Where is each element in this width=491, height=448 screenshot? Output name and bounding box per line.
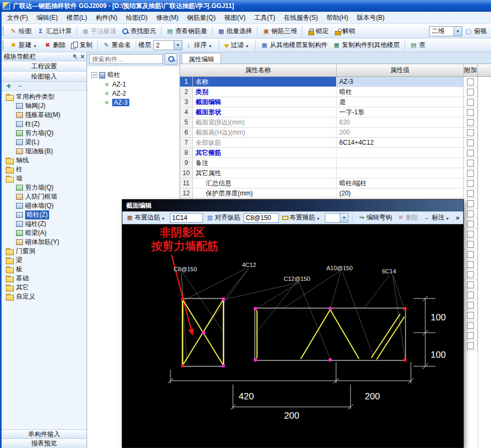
property-row[interactable]: 9备注: [180, 158, 478, 168]
property-row[interactable]: 2类别暗柱: [180, 87, 478, 97]
attach-checkbox[interactable]: [467, 231, 474, 238]
property-name[interactable]: 汇总信息: [193, 178, 337, 188]
nav-tree-item[interactable]: 砌体加筋(Y): [2, 238, 87, 247]
toolbar-overflow-chevron[interactable]: »: [456, 214, 461, 222]
attach-checkbox[interactable]: [467, 271, 474, 278]
attach-checkbox[interactable]: [467, 109, 474, 116]
property-row[interactable]: 1名称AZ-3: [180, 77, 478, 87]
property-value[interactable]: 一字-1形: [337, 107, 464, 117]
lock-button[interactable]: 锁定: [305, 26, 331, 37]
attach-checkbox[interactable]: [467, 322, 474, 329]
property-row[interactable]: 12保护层厚度(mm)(20): [180, 188, 478, 199]
menu-item-tools[interactable]: 工具(T): [250, 12, 279, 24]
toolbar-grip[interactable]: [2, 41, 5, 50]
menu-item-draw[interactable]: 绘图(D): [122, 12, 152, 24]
pin-icon[interactable]: [73, 54, 78, 59]
nav-tree-item[interactable]: 自定义: [2, 292, 87, 301]
nav-tree-item[interactable]: 门窗洞: [2, 247, 87, 256]
attach-checkbox[interactable]: [467, 332, 474, 339]
component-item[interactable]: AZ-1: [87, 80, 180, 89]
menu-item-version[interactable]: 版本号(B): [353, 12, 389, 24]
stirrup-spec-input[interactable]: [244, 213, 279, 223]
attach-checkbox[interactable]: [467, 89, 474, 96]
property-name[interactable]: 截面宽(B边)(mm): [193, 117, 337, 127]
nav-tree-item[interactable]: 轴网(J): [2, 101, 87, 111]
attach-checkbox[interactable]: [467, 170, 474, 177]
report-preview-button[interactable]: 报表预览: [2, 438, 87, 448]
rename-button[interactable]: 重命名: [100, 40, 134, 51]
property-name[interactable]: 名称: [193, 77, 337, 87]
delete-rebar-button[interactable]: 删除: [395, 213, 420, 223]
attach-checkbox[interactable]: [467, 221, 474, 227]
attach-checkbox[interactable]: [467, 281, 474, 288]
attach-checkbox[interactable]: [467, 180, 474, 187]
nav-tree-item[interactable]: 端柱(Z): [2, 219, 87, 229]
pingfa-button[interactable]: 平法板顶: [79, 26, 119, 37]
menu-item-component[interactable]: 构件(N): [91, 12, 122, 24]
menu-item-modify[interactable]: 修改(M): [152, 12, 183, 24]
edge-rebar-input[interactable]: [170, 213, 203, 223]
property-row[interactable]: 11汇总信息暗柱/端柱: [180, 178, 478, 188]
menu-item-edit[interactable]: 编辑(E): [32, 12, 62, 24]
property-value[interactable]: 暗柱: [337, 87, 464, 97]
attach-checkbox[interactable]: [467, 129, 474, 136]
component-root[interactable]: 暗柱: [87, 70, 180, 80]
property-value[interactable]: AZ-3: [337, 77, 464, 87]
attach-checkbox[interactable]: [467, 139, 474, 146]
property-row[interactable]: 10其它属性: [180, 168, 478, 178]
chevron-down-icon[interactable]: [454, 27, 462, 36]
nav-tree-item[interactable]: 剪力墙(Q): [2, 183, 87, 192]
single-component-button[interactable]: 单构件输入: [2, 429, 87, 438]
top-view-button[interactable]: 俯视: [462, 26, 489, 37]
menu-item-help[interactable]: 帮助(H): [322, 12, 353, 24]
property-value[interactable]: 6C14+4C12: [337, 138, 464, 147]
attach-checkbox[interactable]: [467, 200, 474, 207]
nav-tree-item[interactable]: 梁(L): [2, 138, 87, 147]
nav-tree-item[interactable]: 轴线: [2, 156, 87, 165]
property-value[interactable]: [337, 148, 464, 158]
expand-all-icon[interactable]: [5, 83, 12, 90]
place-stirrup-button[interactable]: 布置箍筋: [280, 213, 323, 223]
draw-button[interactable]: 绘图: [7, 26, 34, 37]
chevron-down-icon[interactable]: [340, 214, 348, 222]
nav-tree-item[interactable]: 梁: [2, 256, 87, 265]
nav-tree-item[interactable]: 柱(Z): [2, 120, 87, 129]
copy-to-floor-button[interactable]: 复制构件到其他楼层: [330, 40, 402, 51]
property-row[interactable]: 4截面形状一字-1形: [180, 107, 478, 117]
property-value[interactable]: [337, 158, 464, 168]
attach-checkbox[interactable]: [467, 342, 474, 349]
property-name[interactable]: 保护层厚度(mm): [193, 188, 337, 198]
annotate-button[interactable]: 标注: [422, 213, 453, 223]
rebar-3d-button[interactable]: 钢筋三维: [260, 26, 300, 37]
attach-checkbox[interactable]: [467, 251, 474, 258]
nav-tree-item[interactable]: 常用构件类型: [2, 92, 87, 101]
attach-checkbox[interactable]: [467, 241, 474, 248]
property-row[interactable]: 3截面编辑是: [180, 97, 478, 107]
property-row[interactable]: 8其它箍筋: [180, 148, 478, 158]
property-name[interactable]: 备注: [193, 158, 337, 168]
more-button[interactable]: 查: [407, 40, 428, 51]
property-name[interactable]: 截面高(H边)(mm): [193, 128, 337, 137]
nav-tree-item[interactable]: 砌体墙(Q): [2, 201, 87, 210]
component-item-selected[interactable]: AZ-3: [87, 98, 180, 107]
attach-checkbox[interactable]: [467, 150, 474, 156]
toolbar-grip[interactable]: [2, 26, 5, 36]
property-row[interactable]: 7全部纵筋6C14+4C12: [180, 138, 478, 148]
search-input[interactable]: [89, 54, 163, 64]
nav-tree-item[interactable]: 其它: [2, 283, 87, 292]
copy-button[interactable]: 复制: [68, 40, 95, 51]
nav-tree-item[interactable]: 墙: [2, 174, 87, 183]
scroll-strip[interactable]: [478, 77, 491, 448]
nav-tree-item[interactable]: 基础: [2, 274, 87, 283]
view-mode-combo[interactable]: 二维: [429, 26, 462, 36]
collapse-box-icon[interactable]: [91, 72, 97, 78]
tab-property-edit[interactable]: 属性编辑: [182, 53, 221, 64]
align-rebar-button[interactable]: 对齐纵筋: [205, 213, 242, 223]
property-row[interactable]: 5截面宽(B边)(mm)620: [180, 117, 478, 128]
property-name[interactable]: 截面编辑: [193, 97, 337, 107]
project-settings-button[interactable]: 工程设置: [2, 61, 87, 72]
nav-tree-item[interactable]: 暗梁(A): [2, 229, 87, 238]
nav-tree-item[interactable]: 筏板基础(M): [2, 111, 87, 120]
copy-from-floor-button[interactable]: 从其他楼层复制构件: [258, 40, 330, 51]
menu-item-floor[interactable]: 楼层(L): [62, 12, 91, 24]
